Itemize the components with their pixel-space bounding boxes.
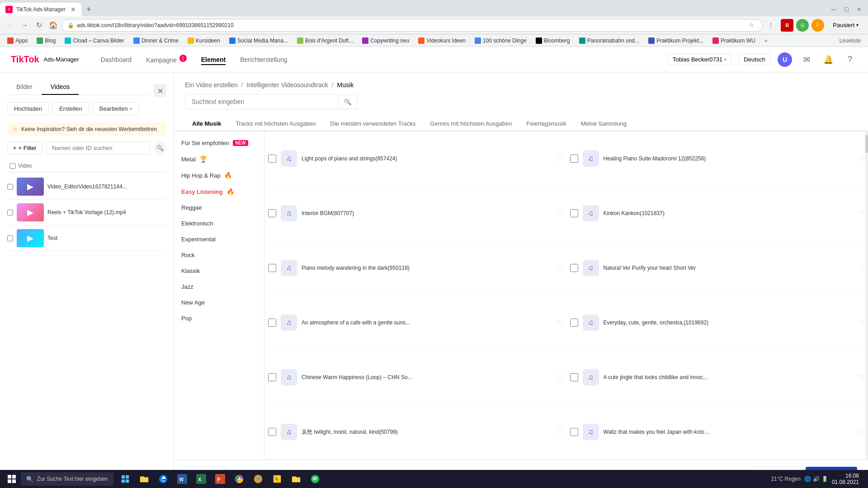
track-checkbox[interactable] (268, 209, 276, 217)
bell-icon[interactable]: 🔔 (821, 52, 835, 67)
video-thumbnail-3[interactable]: ▶ (17, 229, 44, 247)
close-panel-btn[interactable]: ✕ (154, 84, 166, 97)
track-checkbox[interactable] (570, 428, 578, 436)
reading-list-btn[interactable]: Leseliste (840, 38, 864, 44)
bookmark-kursideen[interactable]: Kursideen (184, 37, 224, 45)
track-checkbox[interactable] (268, 319, 276, 327)
bookmark-social[interactable]: Social Media Mana... (226, 37, 292, 45)
taskbar-icon-excel[interactable]: X (192, 470, 210, 488)
taskbar-icon-explorer[interactable] (135, 470, 153, 488)
taskbar-icon-chrome[interactable] (230, 470, 248, 488)
genre-empfohlen[interactable]: Für Sie empfohlen NEW (174, 135, 264, 151)
account-selector[interactable]: Tobias Becker0731 ▾ (668, 54, 732, 65)
bookmark-star-btn[interactable]: ☆ (746, 20, 757, 31)
minimize-btn[interactable]: — (828, 4, 839, 15)
track-heart-btn[interactable]: ♡ (557, 209, 563, 218)
address-bar[interactable]: 🔒 ads.tiktok.com/i18n/library/video?aadv… (61, 19, 763, 32)
upload-btn[interactable]: Hochladen (7, 102, 49, 115)
track-heart-btn[interactable]: ♡ (858, 428, 864, 436)
video-search-input[interactable] (46, 141, 150, 155)
active-tab[interactable]: T TikTok Ads-Manager ✕ (0, 3, 81, 16)
track-checkbox[interactable] (268, 264, 276, 272)
bookmark-pano[interactable]: Panoramabahn und... (576, 37, 643, 45)
tab-alle-musik[interactable]: Alle Musik (185, 117, 228, 131)
maximize-btn[interactable]: ☐ (841, 4, 852, 15)
nav-berichterstellung[interactable]: Berichterstellung (240, 54, 287, 65)
nav-dashboard[interactable]: Dashboard (101, 54, 132, 65)
tab-meine-sammlung[interactable]: Meine Sammlung (574, 117, 634, 131)
track-heart-btn[interactable]: ♡ (858, 264, 864, 272)
back-btn[interactable]: ← (4, 19, 16, 32)
taskbar-search[interactable]: 🔍 Zur Suche Text hier eingeben (21, 472, 113, 486)
music-search-btn[interactable]: 🔍 (339, 94, 358, 109)
genre-metal[interactable]: Metal 🏆 (174, 151, 264, 167)
track-checkbox[interactable] (570, 209, 578, 217)
track-heart-btn[interactable]: ♡ (858, 155, 864, 163)
track-heart-btn[interactable]: ♡ (557, 428, 563, 436)
track-heart-btn[interactable]: ♡ (858, 209, 864, 218)
tab-videos[interactable]: Videos (42, 80, 79, 95)
bookmarks-more-btn[interactable]: » (761, 37, 771, 45)
search-icon[interactable]: 🔍 (154, 141, 166, 154)
bookmark-bloomberg[interactable]: Bloomberg (532, 37, 574, 45)
track-heart-btn[interactable]: ♡ (557, 264, 563, 272)
mail-icon[interactable]: ✉ (799, 52, 814, 67)
genre-new-age[interactable]: New Age (174, 295, 264, 310)
genre-pop[interactable]: Pop (174, 310, 264, 326)
ext-1[interactable]: R (781, 19, 793, 32)
select-all-checkbox[interactable] (7, 163, 18, 169)
bookmark-canva[interactable]: Cload – Canva Bilder (61, 37, 127, 45)
taskbar-icon-ppt[interactable]: P (211, 470, 229, 488)
tab-feiertagsmusik[interactable]: Feiertagsmusik (519, 117, 574, 131)
track-checkbox[interactable] (268, 373, 276, 381)
genre-rock[interactable]: Rock (174, 247, 264, 263)
taskbar-icon-edge[interactable] (154, 470, 172, 488)
new-tab-btn[interactable]: + (82, 3, 95, 16)
ext-2[interactable]: G (796, 19, 809, 32)
bookmark-prak2[interactable]: Praktikum WU (709, 37, 759, 45)
bookmark-apps[interactable]: Apps (4, 37, 31, 45)
filter-btn[interactable]: + + Filter (7, 141, 42, 155)
video-thumbnail-2[interactable]: ▶ (17, 203, 44, 221)
edit-btn[interactable]: Bearbeiten ▾ (93, 102, 139, 115)
create-btn[interactable]: Erstellen (52, 102, 89, 115)
refresh-btn[interactable]: ↻ (33, 19, 45, 32)
taskbar-icon-word[interactable]: W (173, 470, 191, 488)
tab-close-btn[interactable]: ✕ (71, 6, 76, 13)
start-btn[interactable] (4, 471, 20, 487)
taskbar-icon-spotify[interactable] (306, 470, 324, 488)
track-checkbox[interactable] (268, 428, 276, 436)
tab-tracks-ausgaben[interactable]: Tracks mit höchsten Ausgaben (228, 117, 323, 131)
genre-easy-listening[interactable]: Easy Listening 🔥 (174, 183, 264, 200)
taskbar-icon-notes[interactable]: ✎ (268, 470, 286, 488)
track-checkbox[interactable] (570, 319, 578, 327)
genre-reggae[interactable]: Reggae (174, 200, 264, 216)
language-selector[interactable]: Deutsch (739, 54, 770, 65)
bookmark-video[interactable]: Videokurs Ideen (415, 37, 469, 45)
genre-hiphop[interactable]: Hip Hop & Rap 🔥 (174, 167, 264, 183)
video-checkbox-1[interactable] (7, 184, 13, 190)
genre-experimental[interactable]: Experimental (174, 231, 264, 247)
track-checkbox[interactable] (570, 373, 578, 381)
track-checkbox[interactable] (570, 155, 578, 163)
forward-btn[interactable]: → (18, 19, 31, 32)
bookmark-schoen[interactable]: 100 schöne Dinge (471, 37, 530, 45)
bookmark-blog[interactable]: Blog (33, 37, 59, 45)
genre-jazz[interactable]: Jazz (174, 279, 264, 295)
track-checkbox[interactable] (268, 155, 276, 163)
track-scrollbar[interactable] (865, 131, 868, 460)
taskbar-icon-files[interactable] (116, 470, 134, 488)
home-btn[interactable]: 🏠 (47, 19, 60, 32)
track-heart-btn[interactable]: ♡ (858, 319, 864, 327)
video-thumbnail-1[interactable]: ▶ (17, 178, 44, 196)
video-checkbox-2[interactable] (7, 210, 13, 216)
bookmark-prak1[interactable]: Praktikum Projekt... (645, 37, 707, 45)
track-heart-btn[interactable]: ♡ (858, 373, 864, 382)
taskbar-icon-firefox[interactable] (249, 470, 267, 488)
track-heart-btn[interactable]: ♡ (557, 155, 563, 163)
close-window-btn[interactable]: ✕ (854, 4, 864, 15)
breadcrumb-link-1[interactable]: Ein Video erstellen (185, 81, 237, 89)
track-heart-btn[interactable]: ♡ (557, 373, 563, 382)
nav-kampagne[interactable]: Kampagne 1 (146, 53, 187, 66)
bookmark-bois[interactable]: Bois d'Argent Duft... (293, 37, 357, 45)
